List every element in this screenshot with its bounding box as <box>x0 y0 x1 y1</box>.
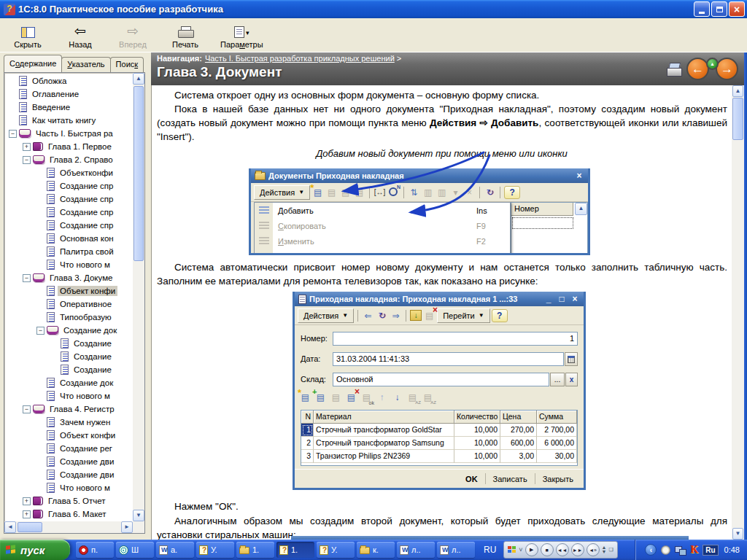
taskbar-button[interactable]: 1. <box>236 542 274 558</box>
play-button[interactable]: ▶ <box>525 543 538 556</box>
tree-item[interactable]: Создание спр <box>4 206 133 219</box>
nav-up-button[interactable]: ▲ <box>706 58 719 70</box>
tab-search[interactable]: Поиск <box>110 57 144 72</box>
tree-item[interactable]: −Глава 4. Регистр <box>4 402 133 416</box>
next-button[interactable]: ►► <box>571 543 584 556</box>
tree-item[interactable]: Типообразую <box>4 311 133 324</box>
tree-item[interactable]: Создание спр <box>4 179 133 192</box>
tree-item[interactable]: Объект конфи <box>4 429 133 442</box>
tree-item[interactable]: Создание спр <box>4 192 133 206</box>
tree-item[interactable]: +Глава 5. Отчет <box>4 494 133 508</box>
tree-item[interactable]: Что нового м <box>4 389 133 402</box>
taskbar-button[interactable]: л.. <box>437 542 475 558</box>
minimize-button[interactable] <box>694 1 710 17</box>
collapse-icon[interactable]: − <box>23 156 31 164</box>
start-button[interactable]: пуск <box>0 540 70 560</box>
table-cell[interactable]: 10,000 <box>454 437 500 450</box>
tree-vertical-scrollbar[interactable]: ▲ ▼ <box>133 73 144 521</box>
tree-item[interactable]: Введение <box>4 101 133 114</box>
forward-button[interactable]: ⇨ Вперед <box>115 20 150 49</box>
tray-language-indicator[interactable]: Ru <box>703 545 718 556</box>
collapse-icon[interactable]: − <box>36 327 44 335</box>
tab-contents[interactable]: Содержание <box>4 55 62 72</box>
print-page-icon[interactable] <box>666 63 682 76</box>
options-button[interactable]: ▾ Параметры <box>220 20 263 49</box>
tree-horizontal-scrollbar[interactable]: ◄ ► <box>4 521 133 533</box>
tree-scroll-thumb[interactable] <box>133 86 144 261</box>
scroll-up-icon[interactable]: ▲ <box>732 85 743 97</box>
expand-icon[interactable]: + <box>23 143 31 151</box>
tree-item[interactable]: Создание док <box>4 376 133 389</box>
print-button[interactable]: Печать <box>168 20 203 49</box>
table-cell[interactable]: 10,000 <box>454 450 500 463</box>
prev-button[interactable]: ◄◄ <box>556 543 569 556</box>
tree-item[interactable]: Основная кон <box>4 232 133 245</box>
taskbar-button[interactable]: У. <box>196 542 234 558</box>
tree-item[interactable]: Объектконфи <box>4 166 133 179</box>
taskbar-button[interactable]: Ш <box>116 542 154 558</box>
nav-forward-button[interactable]: → <box>716 58 738 80</box>
tree-item[interactable]: +Глава 1. Первое <box>4 140 133 153</box>
content-vertical-scrollbar[interactable]: ▲ ▼ <box>732 85 744 540</box>
tab-index[interactable]: Указатель <box>61 57 110 72</box>
taskbar-button[interactable]: к. <box>357 542 395 558</box>
close-button[interactable]: × <box>729 1 745 17</box>
table-cell[interactable]: 6 000,00 <box>537 437 577 450</box>
tree-item[interactable]: Создание рег <box>4 442 133 455</box>
table-cell[interactable]: Строчный трансформатор GoldStar <box>314 424 454 437</box>
table-cell[interactable]: 3,00 <box>500 450 537 463</box>
tree-item[interactable]: −Часть I. Быстрая ра <box>4 127 133 140</box>
taskbar-button[interactable]: п. <box>76 542 114 558</box>
table-cell[interactable]: 2 700,00 <box>537 424 577 437</box>
tree-item[interactable]: −Глава 3. Докуме <box>4 271 133 284</box>
tree-item[interactable]: +Глава 6. Макет <box>4 508 133 521</box>
tree-item[interactable]: Создание спр <box>4 219 133 232</box>
table-cell[interactable]: Транзистор Philips 2N2369 <box>314 450 454 463</box>
scroll-up-icon[interactable]: ▲ <box>133 73 144 85</box>
collapse-icon[interactable]: − <box>23 405 31 413</box>
table-cell[interactable]: 1 <box>301 424 314 437</box>
volume-button[interactable]: ◄» <box>587 543 600 556</box>
table-cell[interactable]: 600,00 <box>500 437 537 450</box>
table-row[interactable]: 2Строчный трансформатор Samsung10,000600… <box>301 437 577 450</box>
tree-item[interactable]: Как читать книгу <box>4 114 133 127</box>
tray-status-icon[interactable] <box>661 545 670 555</box>
tree-item[interactable]: Создание <box>4 337 133 350</box>
collapse-icon[interactable]: − <box>9 130 17 138</box>
table-row[interactable]: 1Строчный трансформатор GoldStar10,00027… <box>301 424 577 437</box>
tree-item[interactable]: Оглавление <box>4 88 133 101</box>
expand-icon[interactable]: + <box>23 510 31 518</box>
table-cell[interactable]: Строчный трансформатор Samsung <box>314 437 454 450</box>
tree-item[interactable]: Что нового м <box>4 481 133 494</box>
restore-button[interactable] <box>711 1 727 17</box>
back-button[interactable]: ⇦ Назад <box>63 20 98 49</box>
taskbar-button[interactable]: л.. <box>397 542 435 558</box>
scroll-right-icon[interactable]: ► <box>121 521 133 533</box>
restore-band-icon[interactable]: ❏ <box>609 548 614 552</box>
table-cell[interactable]: 3 <box>301 450 314 463</box>
taskbar-button[interactable]: У. <box>317 542 355 558</box>
tree-item[interactable]: Создание <box>4 350 133 363</box>
tree-item[interactable]: Создание дви <box>4 468 133 481</box>
tree-item[interactable]: Создание дви <box>4 455 133 468</box>
table-cell[interactable]: 270,00 <box>500 424 537 437</box>
table-cell[interactable]: 10,000 <box>454 424 500 437</box>
tree-hscroll-thumb[interactable] <box>18 522 42 532</box>
table-cell[interactable]: 30,00 <box>537 450 577 463</box>
hide-button[interactable]: Скрыть <box>10 20 45 49</box>
tree-item[interactable]: −Создание док <box>4 324 133 337</box>
tree-item[interactable]: Объект конфи <box>4 284 133 298</box>
tree-item[interactable]: Что нового м <box>4 258 133 271</box>
tray-collapse-icon[interactable]: ‹ <box>645 544 657 556</box>
table-row[interactable]: 3Транзистор Philips 2N236910,0003,0030,0… <box>301 450 577 463</box>
tree-item[interactable]: Создание <box>4 363 133 376</box>
table-cell[interactable]: 2 <box>301 437 314 450</box>
expand-icon[interactable]: + <box>23 497 31 505</box>
stop-button[interactable]: ■ <box>541 543 554 556</box>
tree-item[interactable]: Зачем нужен <box>4 416 133 429</box>
network-icon[interactable] <box>675 546 686 554</box>
tree-item[interactable]: −Глава 2. Справо <box>4 153 133 166</box>
tree-item[interactable]: Обложка <box>4 74 133 88</box>
antivirus-icon[interactable]: K <box>690 544 698 556</box>
spin-down-icon[interactable]: ▼ <box>602 550 607 554</box>
